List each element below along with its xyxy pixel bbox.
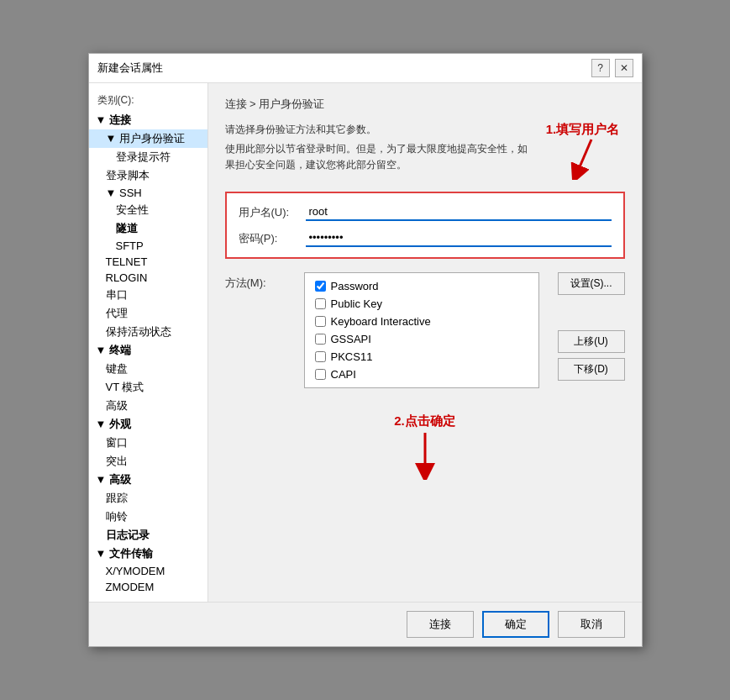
sidebar-item-键盘[interactable]: 键盘 xyxy=(89,360,207,378)
method-label-GSSAPI: GSSAPI xyxy=(331,333,371,345)
sidebar-item-ZMODEM[interactable]: ZMODEM xyxy=(89,579,207,595)
dialog: 新建会话属性 ? ✕ 类别(C): ▼ 连接▼ 用户身份验证登录提示符登录脚本▼… xyxy=(88,53,643,647)
sidebar-item-安全性[interactable]: 安全性 xyxy=(89,201,207,219)
method-item-CAPI[interactable]: CAPI xyxy=(315,368,528,381)
method-item-PKCS11[interactable]: PKCS11 xyxy=(315,350,528,363)
sidebar-item-label: 安全性 xyxy=(116,203,149,218)
sidebar-item-突出[interactable]: 突出 xyxy=(89,452,207,471)
annotation1-area: 请选择身份验证方法和其它参数。 使用此部分以节省登录时间。但是，为了最大限度地提… xyxy=(225,122,625,180)
sidebar-item-label: TELNET xyxy=(106,255,148,268)
sidebar-item-RLOGIN[interactable]: RLOGIN xyxy=(89,270,207,286)
help-button[interactable]: ? xyxy=(591,59,610,77)
method-buttons: 设置(S)... 上移(U) 下移(D) xyxy=(558,272,625,381)
sidebar-label: 类别(C): xyxy=(89,90,207,111)
sidebar-item-label: VT 模式 xyxy=(106,380,144,395)
method-label-CAPI: CAPI xyxy=(331,368,356,381)
method-label-PublicKey: Public Key xyxy=(331,297,382,310)
sidebar-item-高级[interactable]: 高级 xyxy=(89,397,207,415)
method-label: 方法(M): xyxy=(225,272,292,291)
sidebar-item-登录脚本[interactable]: 登录脚本 xyxy=(89,166,207,185)
sidebar-item-窗口[interactable]: 窗口 xyxy=(89,434,207,452)
desc2: 使用此部分以节省登录时间。但是，为了最大限度地提高安全性，如果担心安全问题，建议… xyxy=(225,141,533,173)
sidebar-item-label: X/YMODEM xyxy=(106,565,165,577)
sidebar-item-label: ZMODEM xyxy=(106,581,155,593)
settings-button[interactable]: 设置(S)... xyxy=(558,272,625,295)
annotation1-text: 1.填写用户名 xyxy=(546,122,620,138)
sidebar-item-label: ▼ 终端 xyxy=(96,343,131,358)
sidebar-item-label: 保持活动状态 xyxy=(106,324,171,339)
sidebar-item-文件传输[interactable]: ▼ 文件传输 xyxy=(89,545,207,563)
sidebar-item-SFTP[interactable]: SFTP xyxy=(89,238,207,254)
sidebar-item-label: ▼ 连接 xyxy=(96,113,131,128)
sidebar-item-VT模式[interactable]: VT 模式 xyxy=(89,378,207,397)
password-row: 密码(P): xyxy=(239,229,612,247)
username-input[interactable] xyxy=(306,203,612,221)
sidebar-item-label: 突出 xyxy=(106,454,128,469)
sidebar-item-登录提示符[interactable]: 登录提示符 xyxy=(89,148,207,166)
method-checkbox-GSSAPI[interactable] xyxy=(315,334,326,345)
dialog-title: 新建会话属性 xyxy=(97,61,163,76)
sidebar-item-保持活动状态[interactable]: 保持活动状态 xyxy=(89,323,207,341)
sidebar-item-XYMODEM[interactable]: X/YMODEM xyxy=(89,563,207,579)
method-label-KeyboardInteractive: Keyboard Interactive xyxy=(331,315,431,328)
method-checkbox-Password[interactable] xyxy=(315,281,326,292)
sidebar-item-label: RLOGIN xyxy=(106,271,148,284)
sidebar-item-label: 登录提示符 xyxy=(116,150,171,165)
method-item-KeyboardInteractive[interactable]: Keyboard Interactive xyxy=(315,315,528,328)
sidebar-item-label: 日志记录 xyxy=(106,528,150,543)
breadcrumb: 连接 > 用户身份验证 xyxy=(225,97,625,112)
svg-line-0 xyxy=(576,139,591,175)
title-bar: 新建会话属性 ? ✕ xyxy=(89,54,642,83)
sidebar-item-代理[interactable]: 代理 xyxy=(89,304,207,323)
sidebar-item-label: ▼ 外观 xyxy=(96,417,131,432)
sidebar-item-label: ▼ 用户身份验证 xyxy=(106,131,185,146)
sidebar-item-终端[interactable]: ▼ 终端 xyxy=(89,341,207,360)
sidebar-item-日志记录[interactable]: 日志记录 xyxy=(89,526,207,545)
sidebar-item-label: 跟踪 xyxy=(106,491,128,506)
method-item-GSSAPI[interactable]: GSSAPI xyxy=(315,333,528,345)
sidebar-item-外观[interactable]: ▼ 外观 xyxy=(89,415,207,434)
move-up-button[interactable]: 上移(U) xyxy=(558,330,625,353)
method-checkbox-PublicKey[interactable] xyxy=(315,298,326,309)
sidebar-item-响铃[interactable]: 响铃 xyxy=(89,508,207,526)
sidebar-item-隧道[interactable]: 隧道 xyxy=(89,219,207,238)
sidebar-item-用户身份验证[interactable]: ▼ 用户身份验证 xyxy=(89,129,207,148)
sidebar-item-label: 响铃 xyxy=(106,509,128,524)
sidebar-item-TELNET[interactable]: TELNET xyxy=(89,254,207,270)
method-checkbox-KeyboardInteractive[interactable] xyxy=(315,316,326,327)
sidebar: 类别(C): ▼ 连接▼ 用户身份验证登录提示符登录脚本▼ SSH安全性隧道SF… xyxy=(89,83,208,602)
sidebar-item-label: SFTP xyxy=(116,239,144,252)
method-item-Password[interactable]: Password xyxy=(315,280,528,292)
sidebar-item-串口[interactable]: 串口 xyxy=(89,286,207,304)
method-item-PublicKey[interactable]: Public Key xyxy=(315,297,528,310)
sidebar-item-label: 高级 xyxy=(106,398,128,413)
sidebar-item-连接[interactable]: ▼ 连接 xyxy=(89,111,207,129)
method-checkbox-CAPI[interactable] xyxy=(315,369,326,380)
connect-button[interactable]: 连接 xyxy=(407,611,474,638)
content-area: 连接 > 用户身份验证 请选择身份验证方法和其它参数。 使用此部分以节省登录时间… xyxy=(208,83,642,602)
sidebar-item-跟踪[interactable]: 跟踪 xyxy=(89,489,207,508)
arrow2-icon xyxy=(408,429,442,480)
annotation2-area: 2.点击确定 xyxy=(225,413,625,480)
sidebar-item-label: 登录脚本 xyxy=(106,168,150,183)
annotation1-label: 1.填写用户名 xyxy=(541,122,625,180)
sidebar-item-label: 窗口 xyxy=(106,435,128,450)
password-input[interactable] xyxy=(306,229,612,247)
username-label: 用户名(U): xyxy=(239,205,306,220)
password-label: 密码(P): xyxy=(239,231,306,246)
sidebar-item-高级2[interactable]: ▼ 高级 xyxy=(89,471,207,489)
title-controls: ? ✕ xyxy=(591,59,633,77)
credentials-box: 用户名(U): 密码(P): xyxy=(225,192,625,259)
method-label-Password: Password xyxy=(331,280,379,292)
close-button[interactable]: ✕ xyxy=(615,59,633,77)
method-checkbox-PKCS11[interactable] xyxy=(315,351,326,362)
sidebar-item-SSH[interactable]: ▼ SSH xyxy=(89,185,207,201)
bottom-bar: 连接 确定 取消 xyxy=(89,602,642,646)
method-label-PKCS11: PKCS11 xyxy=(331,350,373,363)
sidebar-item-label: 键盘 xyxy=(106,361,128,376)
method-section: 方法(M): PasswordPublic KeyKeyboard Intera… xyxy=(225,272,625,388)
cancel-button[interactable]: 取消 xyxy=(558,611,625,638)
move-down-button[interactable]: 下移(D) xyxy=(558,358,625,381)
ok-button[interactable]: 确定 xyxy=(482,611,549,638)
username-row: 用户名(U): xyxy=(239,203,612,221)
